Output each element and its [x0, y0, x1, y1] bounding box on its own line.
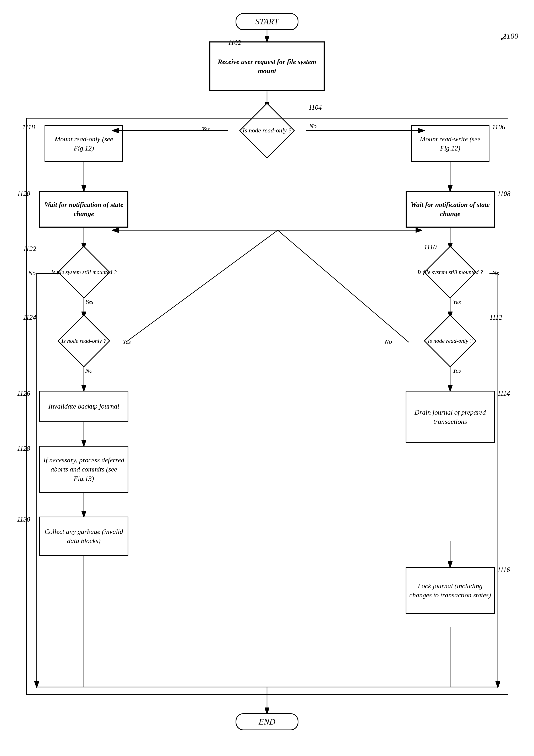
node-1120-label: Wait for notification of state change [43, 200, 125, 218]
node-1106: Mount read-write (see Fig.12) [411, 125, 490, 162]
flowchart-diagram: START 1100 ↙ Receive user request for fi… [0, 0, 534, 756]
diamond-1124: Is node read-only ? [47, 315, 121, 367]
yes-label-1124: Yes [123, 338, 131, 345]
yes-label-1112: Yes [453, 367, 461, 374]
label-1130: 1130 [17, 516, 30, 524]
no-label-1104: No [309, 123, 317, 130]
end-node: END [236, 713, 298, 730]
node-1118-label: Mount read-only (see Fig.12) [47, 135, 120, 153]
diamond-1110: Is file system still mounted ? [413, 246, 487, 298]
label-1128: 1128 [17, 445, 30, 453]
label-1120: 1120 [17, 190, 30, 198]
node-1108: Wait for notification of state change [406, 191, 495, 228]
node-1128: If necessary, process deferred aborts an… [39, 446, 128, 493]
label-1102: 1102 [228, 39, 241, 47]
yes-label-1104: Yes [202, 126, 210, 133]
node-1106-label: Mount read-write (see Fig.12) [414, 135, 487, 153]
label-1116: 1116 [497, 566, 510, 574]
label-1108: 1108 [497, 190, 510, 198]
label-1104: 1104 [309, 104, 322, 111]
label-1126: 1126 [17, 390, 30, 397]
node-1116: Lock journal (including changes to trans… [406, 567, 495, 614]
node-1118: Mount read-only (see Fig.12) [44, 125, 123, 162]
node-1114: Drain journal of prepared transactions [406, 391, 495, 443]
node-1130-label: Collect any garbage (invalid data blocks… [42, 527, 125, 545]
node-1128-label: If necessary, process deferred aborts an… [42, 455, 125, 483]
diamond-1122: Is file system still mounted ? [47, 246, 121, 298]
label-1112: 1112 [490, 313, 502, 321]
node-1130: Collect any garbage (invalid data blocks… [39, 517, 128, 556]
diamond-1112: Is node read-only ? [413, 315, 487, 367]
label-1124: 1124 [23, 313, 36, 321]
node-1124-label: Is node read-only ? [62, 337, 106, 345]
node-1122-label: Is file system still mounted ? [51, 269, 116, 276]
yes-label-1110: Yes [453, 298, 461, 306]
start-label: START [255, 17, 279, 26]
node-1110-label: Is file system still mounted ? [418, 269, 483, 276]
node-1104-label: Is node read-only ? [242, 126, 292, 135]
node-1116-label: Lock journal (including changes to trans… [409, 581, 492, 600]
node-1102-label: Receive user request for file system mou… [213, 57, 321, 75]
start-node: START [236, 13, 298, 30]
node-1126-label: Invalidate backup journal [48, 402, 119, 411]
label-1114: 1114 [497, 390, 510, 397]
label-1110: 1110 [424, 243, 437, 251]
node-1112-label: Is node read-only ? [428, 337, 473, 345]
label-1118: 1118 [22, 123, 35, 131]
label-1106: 1106 [492, 123, 505, 131]
no-label-1112: No [385, 338, 392, 345]
node-1108-label: Wait for notification of state change [409, 200, 491, 218]
diamond-1104: Is node read-only ? [228, 103, 306, 158]
yes-label-1122: Yes [85, 298, 93, 306]
no-label-1122: No [28, 270, 36, 277]
end-label: END [259, 717, 275, 727]
no-label-1124: No [85, 367, 92, 374]
node-1114-label: Drain journal of prepared transactions [409, 408, 492, 426]
node-1120: Wait for notification of state change [39, 191, 128, 228]
node-1126: Invalidate backup journal [39, 391, 128, 422]
node-1102: Receive user request for file system mou… [209, 41, 325, 91]
no-label-1110: No [492, 270, 499, 277]
label-1122: 1122 [23, 245, 36, 253]
